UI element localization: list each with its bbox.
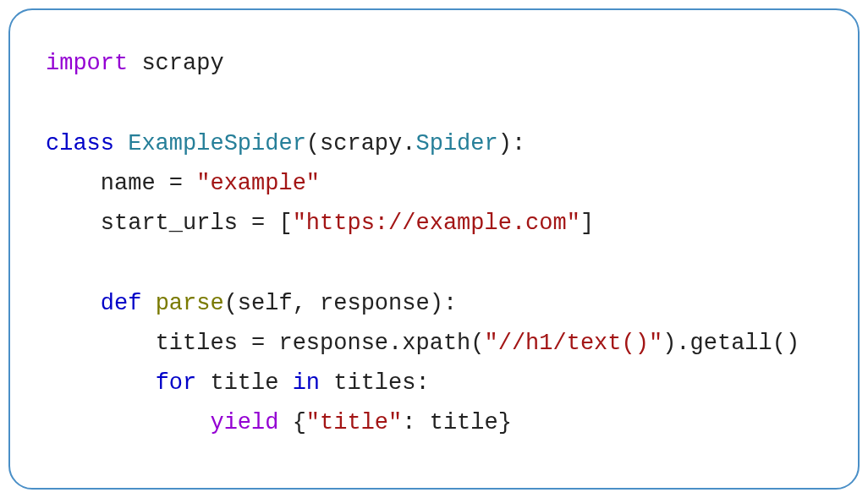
string-literal: "example" — [196, 171, 320, 196]
attr-name: start_urls — [101, 211, 238, 236]
open-bracket: [ — [278, 211, 292, 236]
code-block: import scrapy class ExampleSpider(scrapy… — [46, 44, 824, 444]
kw-class: class — [46, 131, 114, 156]
attr-name: name — [101, 171, 156, 196]
open-brace: { — [293, 410, 306, 435]
space — [278, 370, 292, 396]
equals: = — [156, 171, 197, 196]
var-name: titles — [156, 331, 238, 356]
indent — [46, 211, 101, 236]
kw-for: for — [156, 370, 197, 396]
params: (self, response): — [224, 291, 457, 316]
code-card: import scrapy class ExampleSpider(scrapy… — [8, 8, 860, 490]
dict-value: title — [430, 410, 498, 435]
string-literal: "https://example.com" — [293, 211, 580, 236]
dot: . — [402, 131, 415, 156]
kw-in: in — [293, 370, 320, 396]
kw-import: import — [46, 51, 128, 76]
kw-yield: yield — [210, 410, 278, 435]
close-paren-colon: ): — [498, 131, 525, 156]
string-literal: "//h1/text()" — [485, 331, 663, 356]
expr: ).getall() — [662, 331, 799, 356]
indent — [46, 370, 156, 396]
close-bracket: ] — [580, 211, 594, 236]
base-namespace: scrapy — [320, 131, 402, 156]
colon: : — [402, 410, 429, 435]
indent — [46, 331, 156, 356]
equals: = — [238, 331, 279, 356]
indent — [46, 291, 101, 316]
function-name: parse — [156, 291, 224, 316]
loop-var: title — [210, 370, 278, 396]
base-class: Spider — [415, 131, 497, 156]
class-name: ExampleSpider — [128, 131, 306, 156]
space — [196, 370, 210, 396]
iterable: titles: — [333, 370, 429, 396]
space — [141, 291, 155, 316]
kw-def: def — [101, 291, 142, 316]
expr: response.xpath( — [278, 331, 484, 356]
indent — [46, 410, 210, 435]
space — [278, 410, 292, 435]
dict-key: "title" — [306, 410, 402, 435]
equals: = — [238, 211, 279, 236]
space — [320, 370, 333, 396]
open-paren: ( — [306, 131, 320, 156]
close-brace: } — [498, 410, 512, 435]
module-name: scrapy — [141, 51, 223, 76]
indent — [46, 171, 101, 196]
